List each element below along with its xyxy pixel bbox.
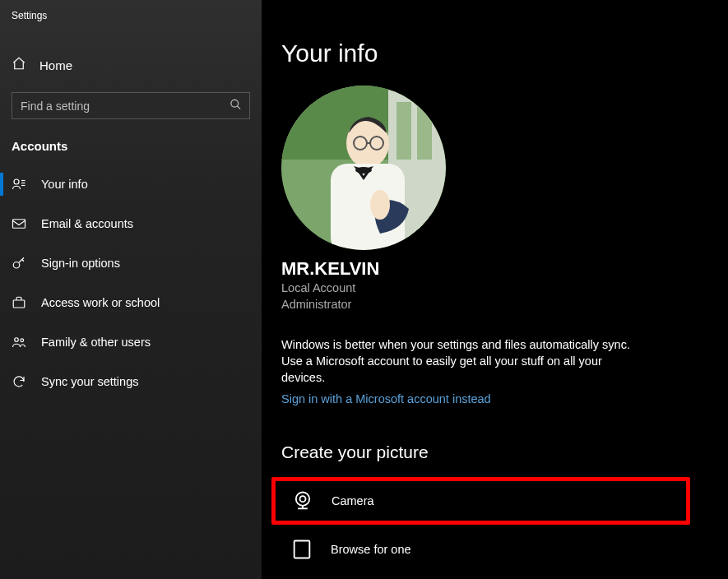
sidebar-item-access-work-school[interactable]: Access work or school [0, 283, 262, 322]
search [12, 92, 250, 119]
svg-point-2 [14, 179, 19, 184]
sidebar-item-email-accounts[interactable]: Email & accounts [0, 204, 262, 243]
sync-description: Windows is better when your settings and… [281, 336, 643, 387]
browse-option[interactable]: Browse for one [281, 530, 708, 569]
svg-point-22 [355, 167, 372, 174]
svg-point-24 [296, 493, 309, 506]
person-card-icon [12, 177, 26, 192]
home-icon [12, 56, 26, 74]
sidebar-item-label: Email & accounts [41, 217, 133, 230]
svg-line-1 [237, 105, 240, 109]
key-icon [12, 256, 26, 271]
sidebar-item-label: Family & other users [41, 336, 151, 349]
camera-label: Camera [332, 494, 374, 507]
content: Your info [262, 0, 728, 579]
search-icon [230, 98, 242, 113]
sidebar-item-sync-settings[interactable]: Sync your settings [0, 362, 262, 401]
sidebar-item-label: Access work or school [41, 296, 160, 309]
svg-point-10 [21, 339, 24, 342]
svg-point-23 [370, 190, 390, 220]
svg-rect-6 [13, 220, 26, 229]
browse-icon [288, 538, 316, 561]
svg-point-0 [231, 100, 239, 107]
account-type: Local Account [281, 280, 708, 296]
mail-icon [12, 216, 26, 231]
sidebar-item-family-users[interactable]: Family & other users [0, 322, 262, 362]
svg-rect-15 [396, 102, 411, 160]
svg-rect-8 [13, 300, 25, 308]
svg-rect-16 [417, 102, 432, 160]
search-input[interactable] [12, 92, 250, 119]
app-title: Settings [0, 0, 262, 30]
sidebar-item-signin-options[interactable]: Sign-in options [0, 243, 262, 283]
camera-icon [289, 489, 317, 512]
avatar [281, 86, 446, 250]
browse-label: Browse for one [331, 543, 411, 556]
sidebar: Settings Home Accounts Your info Email &… [0, 0, 262, 579]
section-header: Accounts [0, 134, 262, 164]
svg-point-7 [13, 262, 20, 269]
page-title: Your info [281, 39, 708, 67]
create-picture-heading: Create your picture [281, 442, 708, 462]
svg-point-25 [300, 497, 306, 503]
sidebar-item-your-info[interactable]: Your info [0, 164, 262, 204]
account-role: Administrator [281, 296, 708, 313]
sidebar-item-label: Sign-in options [41, 257, 120, 270]
briefcase-icon [12, 295, 26, 310]
sync-icon [12, 374, 26, 389]
username: MR.KELVIN [281, 258, 708, 280]
home-nav[interactable]: Home [0, 46, 262, 84]
microsoft-account-link[interactable]: Sign in with a Microsoft account instead [281, 392, 491, 405]
svg-point-9 [15, 338, 19, 342]
people-icon [12, 335, 26, 350]
svg-rect-26 [294, 541, 310, 558]
home-label: Home [39, 58, 72, 72]
sidebar-item-label: Sync your settings [41, 375, 138, 388]
sidebar-item-label: Your info [41, 178, 88, 191]
camera-option[interactable]: Camera [271, 477, 690, 525]
